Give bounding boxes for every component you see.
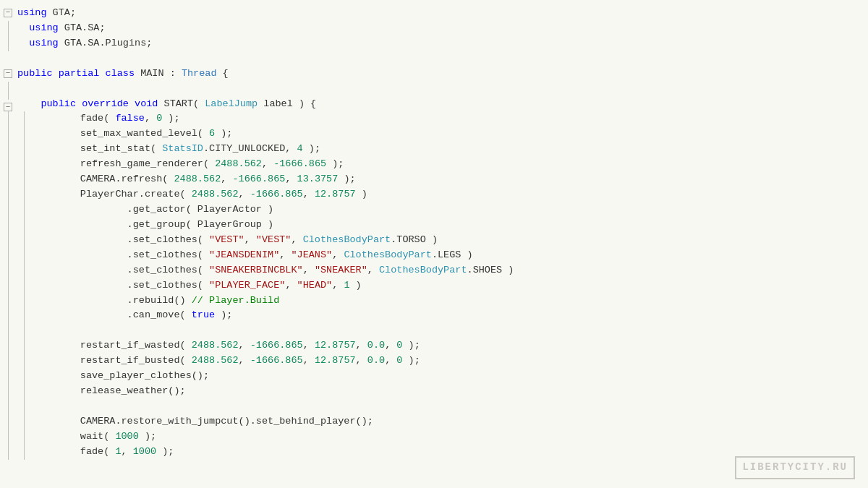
num-6: 6	[209, 128, 215, 139]
keyword-void: void	[135, 98, 158, 109]
str-sneaker1: "SNEAKERBINCBLK"	[209, 265, 303, 275]
num-1000b: 1000	[133, 446, 156, 457]
line-blank2	[32, 399, 868, 414]
thread-type: Thread	[182, 68, 217, 79]
line-20: .rebuild() // Player.Build	[32, 294, 868, 309]
line-8: fade( false, 0 );	[32, 111, 868, 127]
line-14: .get_actor( PlayerActor )	[32, 202, 868, 218]
line-17: .set_clothes( "JEANSDENIM", "JEANS", Clo…	[32, 248, 868, 263]
line-26: release_weather();	[32, 384, 868, 399]
clothesbodypart-torso: ClothesBodyPart	[303, 234, 391, 245]
num-13: 13.3757	[297, 174, 339, 184]
str-playerface: "PLAYER_FACE"	[209, 280, 285, 291]
line-11: refresh_game_renderer( 2488.562, -1666.8…	[32, 157, 868, 172]
num-128757: 12.8757	[315, 189, 356, 200]
fold-line-3	[8, 36, 9, 51]
code-line-3: using GTA.SA.Plugins;	[0, 36, 868, 51]
keyword: using	[29, 38, 59, 48]
gutter-7: −	[0, 97, 16, 112]
line-21: .can_move( true );	[32, 308, 868, 323]
num-1b: 1	[115, 446, 121, 457]
str-sneaker2: "SNEAKER"	[315, 265, 367, 275]
fold-button-7[interactable]: −	[4, 103, 12, 111]
num-2488e: 2488.562	[192, 355, 239, 366]
num-1: 1	[344, 280, 349, 291]
line-23: restart_if_wasted( 2488.562, -1666.865, …	[32, 338, 868, 354]
num-neg1666: -1666.865	[273, 158, 326, 169]
str-jeans: "JEANS"	[291, 249, 332, 260]
gutter-2	[0, 21, 16, 36]
code-line-7: − public override void START( LabelJump …	[0, 97, 868, 112]
str-jeansdenim: "JEANSDENIM"	[209, 249, 279, 260]
line-24: restart_if_busted( 2488.562, -1666.865, …	[32, 354, 868, 369]
line-9: set_max_wanted_level( 6 );	[32, 127, 868, 142]
code-text: );	[162, 113, 179, 124]
line-19: .set_clothes( "PLAYER_FACE", "HEAD", 1 )	[32, 278, 868, 294]
fold-line-blank2	[8, 82, 9, 97]
line-content-5: public partial class MAIN : Thread {	[16, 67, 868, 82]
num-2488d: 2488.562	[192, 340, 239, 351]
line-28: CAMERA.restore_with_jumpcut().set_behind…	[32, 414, 868, 429]
num-4: 4	[297, 143, 303, 154]
code-text: ,	[145, 113, 156, 124]
keyword-public: public	[17, 68, 53, 79]
line-18: .set_clothes( "SNEAKERBINCBLK", "SNEAKER…	[32, 263, 868, 278]
line-10: set_int_stat( StatsID.CITY_UNLOCKED, 4 )…	[32, 142, 868, 157]
line-15: .get_group( PlayerGroup )	[32, 218, 868, 233]
num-neg1666b: -1666.865	[232, 174, 285, 184]
line-29: wait( 1000 );	[32, 429, 868, 445]
num-01: 0.0	[367, 355, 385, 366]
keyword: using	[17, 7, 47, 18]
kw-true: true	[192, 309, 215, 320]
keyword-partial: partial	[59, 68, 100, 79]
gutter-1: −	[0, 6, 16, 21]
num-neg1666e: -1666.865	[250, 355, 303, 366]
watermark: LibertyCity.Ru	[735, 456, 855, 479]
clothesbodypart-shoes: ClothesBodyPart	[379, 265, 467, 275]
code-line-2: using GTA.SA;	[0, 21, 868, 36]
num-2488b: 2488.562	[174, 174, 221, 184]
line-content-3: using GTA.SA.Plugins;	[16, 36, 868, 51]
statsid: StatsID	[162, 143, 203, 154]
outer-fold-bar	[8, 111, 9, 459]
num-0c: 0	[396, 355, 402, 366]
num-0b: 0	[396, 340, 402, 351]
gutter-3	[0, 36, 16, 51]
gutter-5: −	[0, 67, 16, 82]
num-12e: 12.8757	[315, 340, 356, 351]
line-content-2: using GTA.SA;	[16, 21, 868, 36]
method-lines: fade( false, 0 ); set_max_wanted_level( …	[32, 111, 868, 459]
line-blank-method	[32, 323, 868, 338]
keyword: using	[29, 22, 59, 33]
line-12: CAMERA.refresh( 2488.562, -1666.865, 13.…	[32, 172, 868, 187]
num-2488c: 2488.562	[192, 189, 239, 200]
line-content-blank2	[16, 82, 868, 97]
keyword-public2: public	[41, 98, 76, 109]
keyword-class: class	[106, 68, 135, 79]
num-2488: 2488.562	[215, 158, 262, 169]
fold-line-2	[8, 21, 9, 36]
num-1000a: 1000	[115, 431, 138, 442]
gutter-blank1	[0, 51, 16, 67]
fold-button-1[interactable]: −	[4, 9, 12, 17]
line-content-1: using GTA;	[16, 6, 868, 21]
code-line-blank2	[0, 82, 868, 97]
clothesbodypart-legs: ClothesBodyPart	[344, 249, 432, 260]
code-line-1: − using GTA;	[0, 6, 868, 21]
keyword-override: override	[82, 98, 129, 109]
gutter-blank2	[0, 82, 16, 97]
line-16: .set_clothes( "VEST", "VEST", ClothesBod…	[32, 233, 868, 248]
param-type-labeljump: LabelJump	[205, 98, 258, 109]
num-12f: 12.8757	[315, 355, 356, 366]
str-vest1: "VEST"	[209, 234, 244, 245]
fold-button-5[interactable]: −	[4, 69, 12, 78]
kw-false: false	[115, 113, 145, 124]
num-neg1666c: -1666.865	[250, 189, 303, 200]
line-content-blank1	[16, 51, 868, 67]
str-vest2: "VEST"	[256, 234, 292, 245]
comment-playerbuild: // Player.Build	[192, 295, 280, 306]
line-25: save_player_clothes();	[32, 369, 868, 384]
code-editor: − using GTA; using GTA.SA; using GTA.SA.…	[0, 0, 868, 488]
fold-line-top-7	[8, 97, 9, 100]
num-00: 0.0	[367, 340, 385, 351]
